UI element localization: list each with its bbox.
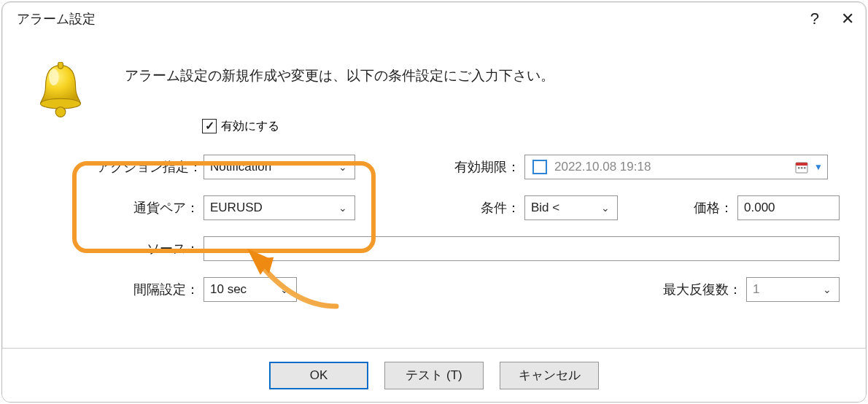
svg-rect-6 bbox=[798, 167, 800, 169]
ok-label: OK bbox=[310, 368, 328, 383]
bell-icon bbox=[2, 49, 97, 348]
action-select[interactable]: Notification ⌄ bbox=[204, 155, 355, 179]
calendar-icon[interactable] bbox=[795, 160, 808, 174]
action-value: Notification bbox=[210, 160, 271, 174]
chevron-down-icon: ▼ bbox=[814, 162, 823, 172]
svg-rect-2 bbox=[58, 62, 63, 69]
chevron-down-icon: ⌄ bbox=[338, 202, 347, 214]
source-input[interactable] bbox=[204, 236, 840, 261]
svg-rect-5 bbox=[796, 163, 807, 166]
chevron-down-icon: ⌄ bbox=[601, 202, 610, 214]
svg-rect-8 bbox=[804, 167, 806, 169]
condition-label: 条件： bbox=[447, 199, 524, 217]
expiry-input[interactable]: 2022.10.08 19:18 ▼ bbox=[524, 155, 828, 179]
svg-point-1 bbox=[55, 107, 66, 117]
help-icon[interactable]: ? bbox=[810, 9, 819, 28]
interval-select[interactable]: 10 sec ⌄ bbox=[204, 277, 297, 302]
chevron-down-icon: ⌄ bbox=[823, 284, 832, 295]
svg-point-3 bbox=[49, 69, 59, 85]
enable-label: 有効にする bbox=[221, 119, 279, 134]
price-label: 価格： bbox=[681, 199, 737, 217]
enable-checkbox[interactable] bbox=[202, 119, 217, 133]
price-input[interactable]: 0.000 bbox=[737, 195, 840, 220]
intro-text: アラーム設定の新規作成や変更は、以下の条件設定にご入力下さい。 bbox=[125, 66, 840, 85]
interval-value: 10 sec bbox=[210, 282, 247, 297]
chevron-down-icon: ⌄ bbox=[338, 161, 347, 173]
expiry-label: 有効期限： bbox=[447, 158, 524, 176]
test-button[interactable]: テスト (T) bbox=[384, 362, 484, 389]
close-icon[interactable]: ✕ bbox=[841, 9, 854, 28]
symbol-select[interactable]: EURUSD ⌄ bbox=[204, 195, 355, 220]
maxrep-label: 最大反復数： bbox=[663, 281, 746, 298]
svg-rect-7 bbox=[801, 167, 803, 169]
interval-label: 間隔設定： bbox=[97, 281, 204, 298]
expiry-value: 2022.10.08 19:18 bbox=[554, 160, 651, 174]
titlebar: アラーム設定 ? ✕ bbox=[2, 2, 866, 36]
symbol-label: 通貨ペア： bbox=[97, 199, 204, 217]
maxrep-value: 1 bbox=[753, 282, 759, 297]
source-label: ソース： bbox=[97, 240, 204, 257]
condition-value: Bid < bbox=[531, 201, 559, 215]
action-label: アクション指定： bbox=[97, 158, 204, 176]
maxrep-select[interactable]: 1 ⌄ bbox=[746, 277, 840, 302]
chevron-down-icon: ⌄ bbox=[280, 284, 289, 295]
window-title: アラーム設定 bbox=[17, 10, 96, 28]
alarm-settings-dialog: アラーム設定 ? ✕ bbox=[1, 1, 867, 403]
condition-select[interactable]: Bid < ⌄ bbox=[524, 195, 618, 220]
cancel-button[interactable]: キャンセル bbox=[500, 362, 599, 389]
cancel-label: キャンセル bbox=[519, 367, 581, 384]
test-label: テスト (T) bbox=[406, 367, 462, 384]
price-value: 0.000 bbox=[744, 201, 775, 215]
ok-button[interactable]: OK bbox=[269, 362, 368, 389]
expiry-checkbox[interactable] bbox=[532, 160, 547, 174]
button-row: OK テスト (T) キャンセル bbox=[2, 348, 866, 402]
symbol-value: EURUSD bbox=[210, 201, 263, 215]
